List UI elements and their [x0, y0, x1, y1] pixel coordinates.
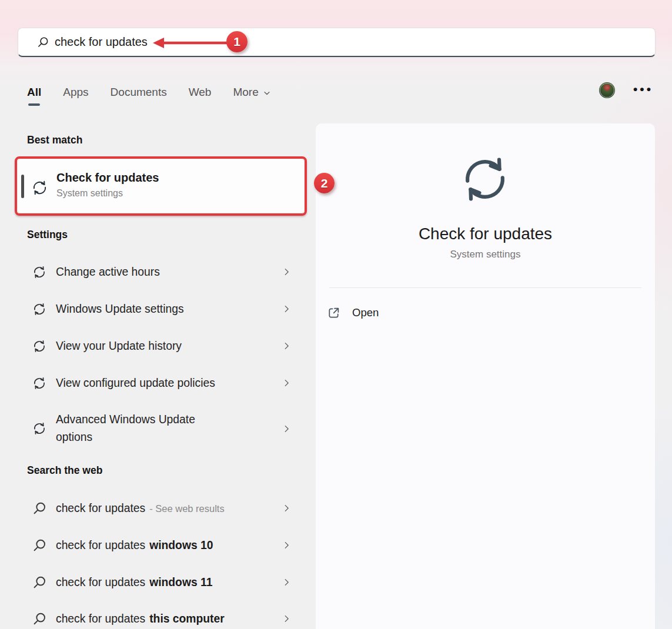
sync-icon [32, 339, 47, 354]
tab-documents[interactable]: Documents [111, 84, 167, 101]
windows-search-flyout: All Apps Documents Web More ••• Check fo… [0, 0, 672, 629]
settings-heading: Settings [27, 229, 68, 241]
preview-panel: Check for updates System settings Open [316, 123, 655, 629]
best-match-subtitle: System settings [56, 188, 123, 199]
web-suggestion-see-results[interactable]: check for updates - See web results [27, 490, 303, 527]
best-match-title: Check for updates [56, 171, 159, 185]
chevron-right-icon [282, 342, 291, 350]
chevron-right-icon [282, 578, 291, 587]
search-icon [32, 611, 47, 627]
best-match-result[interactable]: Check for updates System settings [18, 159, 304, 213]
best-match-heading: Best match [27, 134, 82, 146]
chevron-down-icon [263, 89, 271, 98]
settings-item-advanced-update-options[interactable]: Advanced Windows Update options [27, 402, 303, 456]
search-bar [18, 28, 656, 57]
annotation-step-2-badge: 2 [314, 173, 335, 193]
tab-more[interactable]: More [233, 84, 270, 101]
annotation-step-1-badge: 1 [226, 31, 248, 52]
chevron-right-icon [282, 614, 291, 623]
settings-item-change-active-hours[interactable]: Change active hours [27, 253, 303, 290]
preview-subtitle: System settings [316, 249, 655, 260]
chevron-right-icon [282, 305, 291, 313]
chevron-right-icon [282, 541, 291, 550]
web-suggestion-windows-10[interactable]: check for updates windows 10 [27, 527, 303, 564]
search-icon [32, 575, 47, 590]
divider [329, 287, 641, 288]
selection-indicator [21, 175, 24, 198]
sync-icon [32, 265, 47, 280]
open-external-icon [327, 306, 340, 320]
chevron-right-icon [282, 379, 291, 387]
search-filter-tabs: All Apps Documents Web More [27, 84, 293, 101]
chevron-right-icon [282, 267, 291, 276]
chevron-right-icon [282, 504, 291, 513]
tab-apps[interactable]: Apps [63, 84, 88, 101]
tab-all[interactable]: All [27, 84, 41, 101]
sync-icon [32, 302, 47, 317]
settings-item-windows-update-settings[interactable]: Windows Update settings [27, 290, 303, 327]
search-icon [32, 538, 47, 553]
search-web-heading: Search the web [27, 464, 102, 477]
more-options-button[interactable]: ••• [633, 82, 653, 96]
open-action[interactable]: Open [327, 300, 503, 326]
search-icon [32, 501, 47, 516]
tab-web[interactable]: Web [189, 84, 212, 101]
sync-icon [32, 376, 47, 391]
settings-item-update-history[interactable]: View your Update history [27, 327, 303, 364]
web-suggestion-windows-11[interactable]: check for updates windows 11 [27, 564, 303, 601]
web-suggestion-this-computer[interactable]: check for updates this computer [27, 600, 303, 629]
chevron-right-icon [282, 424, 291, 433]
sync-icon [31, 179, 49, 197]
sync-icon [32, 421, 47, 436]
settings-item-update-policies[interactable]: View configured update policies [27, 364, 303, 402]
sync-icon [457, 151, 513, 208]
avatar[interactable] [599, 82, 615, 98]
open-label: Open [352, 306, 379, 319]
preview-title: Check for updates [316, 225, 655, 243]
search-icon [36, 36, 49, 49]
